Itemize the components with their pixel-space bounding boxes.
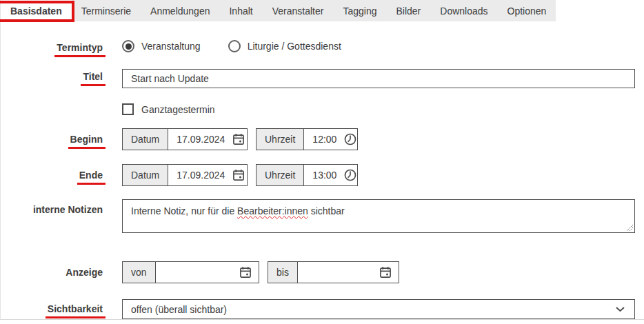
tab-basisdaten[interactable]: Basisdaten (1, 0, 72, 21)
resize-grip-icon[interactable] (626, 224, 633, 231)
calendar-icon[interactable] (232, 132, 245, 146)
tab-bilder[interactable]: Bilder (386, 0, 430, 21)
ganztagestermin-row: Ganztagestermin (1, 103, 635, 115)
ganztagestermin-label: Ganztagestermin (141, 104, 215, 115)
tab-label: Tagging (343, 6, 376, 17)
annotation-underline (54, 55, 105, 57)
sichtbarkeit-value: offen (überall sichtbar) (131, 304, 227, 315)
titel-value: Start nach Update (131, 73, 209, 84)
titel-label: Titel (1, 69, 103, 82)
annotation-underline (46, 316, 105, 318)
radio-label: Liturgie / Gottesdienst (248, 41, 341, 52)
anzeige-label: Anzeige (1, 261, 103, 278)
tab-label: Bilder (396, 6, 421, 17)
interne-notizen-textarea[interactable]: Interne Notiz, nur für die Bearbeiter:in… (122, 199, 635, 233)
anzeige-bis-group: bis (268, 261, 399, 283)
clock-icon[interactable] (343, 168, 357, 182)
anzeige-von-group: von (122, 261, 259, 283)
tab-label: Downloads (440, 6, 487, 17)
calendar-icon[interactable] (232, 168, 245, 182)
note-text: sichtbar (308, 205, 345, 216)
tab-label: Basisdaten (10, 6, 62, 17)
tab-label: Inhalt (229, 6, 252, 17)
radio-liturgie[interactable]: Liturgie / Gottesdienst (228, 40, 341, 52)
ende-uhrzeit-input[interactable]: 13:00 (304, 165, 363, 185)
calendar-icon[interactable] (379, 265, 392, 279)
annotation-underline (77, 183, 105, 185)
radio-button-icon[interactable] (228, 40, 241, 52)
anzeige-bis-input[interactable] (298, 262, 399, 283)
beginn-uhrzeit-value: 12:00 (312, 134, 336, 145)
tab-label: Terminserie (81, 6, 131, 17)
radio-button-icon[interactable] (122, 40, 134, 52)
ende-datum-input[interactable]: 17.09.2024 (168, 165, 252, 185)
datum-prefix-label: Datum (123, 165, 168, 185)
anzeige-von-input[interactable] (156, 262, 259, 283)
titel-input[interactable]: Start nach Update (122, 69, 635, 88)
tab-inhalt[interactable]: Inhalt (219, 0, 262, 21)
ende-datum-group: Datum 17.09.2024 (122, 164, 248, 186)
event-form-page: Basisdaten Terminserie Anmeldungen Inhal… (0, 0, 644, 320)
annotation-underline (81, 84, 105, 86)
sichtbarkeit-row: Sichtbarkeit offen (überall sichtbar) (1, 299, 635, 319)
von-prefix-label: von (123, 262, 156, 283)
anzeige-row: Anzeige von bis (1, 261, 635, 283)
bis-prefix-label: bis (268, 262, 298, 283)
tab-tagging[interactable]: Tagging (333, 0, 386, 21)
beginn-datum-group: Datum 17.09.2024 (122, 128, 248, 150)
tab-label: Anmeldungen (150, 6, 210, 17)
ende-row: Ende Datum 17.09.2024 (1, 164, 635, 186)
tab-veranstalter[interactable]: Veranstalter (263, 0, 334, 21)
note-text-misspelled: Bearbeiter:innen (237, 205, 308, 216)
ende-label: Ende (1, 164, 103, 181)
annotation-underline (68, 147, 105, 149)
ende-uhrzeit-value: 13:00 (312, 170, 336, 181)
beginn-uhrzeit-group: Uhrzeit 12:00 (256, 128, 358, 150)
radio-veranstaltung[interactable]: Veranstaltung (122, 40, 201, 52)
clock-icon[interactable] (343, 132, 357, 146)
radio-label: Veranstaltung (141, 41, 201, 52)
tab-downloads[interactable]: Downloads (430, 0, 497, 21)
chevron-down-icon (616, 306, 625, 312)
interne-notizen-label: interne Notizen (1, 199, 103, 215)
sichtbarkeit-select[interactable]: offen (überall sichtbar) (122, 299, 635, 319)
sichtbarkeit-label: Sichtbarkeit (1, 299, 103, 314)
beginn-datum-input[interactable]: 17.09.2024 (168, 129, 252, 150)
datum-prefix-label: Datum (123, 129, 168, 150)
interne-notizen-row: interne Notizen Interne Notiz, nur für d… (1, 199, 635, 233)
beginn-datum-value: 17.09.2024 (177, 134, 225, 145)
ganztagestermin-checkbox[interactable] (122, 103, 134, 115)
beginn-label: Beginn (1, 128, 103, 145)
note-text: Interne Notiz, nur für die (131, 205, 237, 216)
beginn-uhrzeit-input[interactable]: 12:00 (304, 129, 363, 150)
tab-anmeldungen[interactable]: Anmeldungen (141, 0, 219, 21)
tab-label: Veranstalter (272, 6, 324, 17)
uhrzeit-prefix-label: Uhrzeit (256, 165, 304, 185)
uhrzeit-prefix-label: Uhrzeit (256, 129, 304, 150)
ende-datum-value: 17.09.2024 (177, 170, 225, 181)
ende-uhrzeit-group: Uhrzeit 13:00 (256, 164, 358, 186)
tab-optionen[interactable]: Optionen (498, 0, 556, 21)
tab-terminserie[interactable]: Terminserie (72, 0, 141, 21)
beginn-row: Beginn Datum 17.09.2024 (1, 128, 635, 150)
termintyp-row: Termintyp Veranstaltung Liturgie / Gotte… (1, 40, 635, 55)
tab-label: Optionen (507, 6, 547, 17)
termintyp-label: Termintyp (1, 40, 103, 53)
tab-bar: Basisdaten Terminserie Anmeldungen Inhal… (1, 0, 644, 21)
titel-row: Titel Start nach Update (1, 69, 635, 88)
calendar-icon[interactable] (239, 265, 252, 279)
